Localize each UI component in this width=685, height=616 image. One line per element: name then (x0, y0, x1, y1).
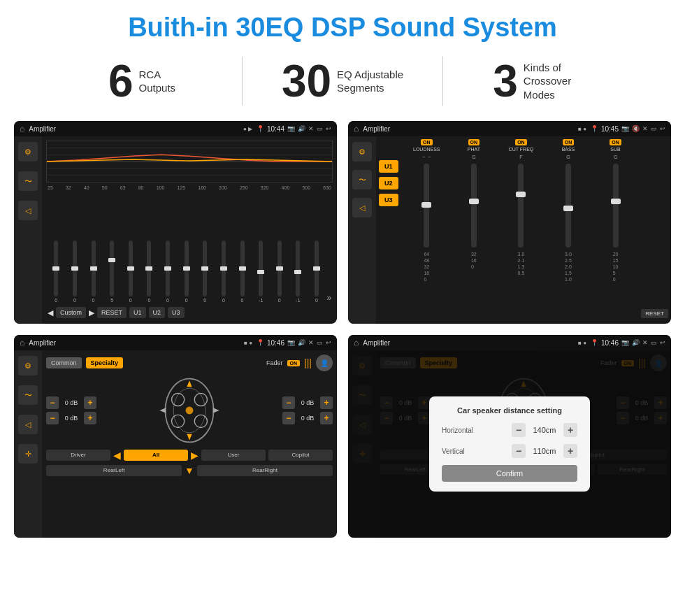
cutfreq-on[interactable]: ON (515, 139, 527, 145)
dialog-horizontal-plus[interactable]: + (563, 423, 577, 437)
status-bar-1: ⌂ Amplifier ● ▶ 📍 10:44 📷 🔊 ✕ ▭ ↩ (14, 121, 337, 136)
sub-label: SUB (610, 147, 620, 152)
nav-right-arrow[interactable]: ▶ (191, 450, 199, 461)
camera-icon-3: 📷 (287, 339, 295, 346)
db-plus-br[interactable]: + (320, 412, 333, 424)
eq-next-btn[interactable]: ▶ (89, 308, 94, 317)
cutfreq-track[interactable] (518, 164, 524, 248)
page-title: Buith-in 30EQ DSP Sound System (0, 0, 685, 50)
eq-reset-btn[interactable]: RESET (97, 307, 127, 318)
nav-driver-btn[interactable]: Driver (46, 450, 110, 461)
eq-prev-btn[interactable]: ◀ (48, 308, 53, 317)
back-icon-3[interactable]: ↩ (326, 339, 331, 346)
common-tab[interactable]: Common (46, 357, 82, 368)
amp-icon-wave[interactable]: 〜 (352, 170, 372, 189)
status-bar-2: ⌂ Amplifier ■ ● 📍 10:45 📷 🔇 ✕ ▭ ↩ (348, 121, 671, 136)
volume-icon-3: 🔊 (298, 339, 305, 346)
sub-on[interactable]: ON (610, 139, 621, 145)
db-plus-tl[interactable]: + (84, 396, 96, 409)
nav-all-btn[interactable]: All (124, 450, 188, 461)
eq-icon-speaker[interactable]: ◁ (18, 201, 38, 220)
sub-track[interactable] (613, 164, 619, 248)
bass-track[interactable] (565, 164, 571, 248)
eq-slider-5[interactable]: 0 (140, 241, 158, 303)
dialog-confirm-button[interactable]: Confirm (442, 465, 577, 482)
nav-left-arrow[interactable]: ◀ (113, 450, 121, 461)
db-plus-bl[interactable]: + (84, 412, 96, 424)
eq-u2-btn[interactable]: U2 (149, 307, 166, 318)
back-icon-2[interactable]: ↩ (660, 125, 665, 132)
loudness-track[interactable] (424, 164, 429, 248)
amp-icon-filter[interactable]: ⚙ (352, 142, 372, 162)
nav-down-arrow[interactable]: ▼ (185, 465, 194, 476)
app-title-1: Amplifier (29, 125, 239, 133)
loudness-on[interactable]: ON (421, 139, 433, 145)
amp-reset-btn[interactable]: RESET (641, 309, 668, 318)
nav-rearright-btn[interactable]: RearRight (197, 465, 333, 476)
specialty-tab[interactable]: Specialty (86, 357, 124, 368)
home-icon-4[interactable]: ⌂ (354, 338, 359, 348)
status-bar-3: ⌂ Amplifier ■ ● 📍 10:46 📷 🔊 ✕ ▭ ↩ (14, 335, 337, 350)
phat-on[interactable]: ON (468, 139, 480, 145)
amp-icon-speaker[interactable]: ◁ (352, 198, 372, 217)
fader-icon-filter[interactable]: ⚙ (18, 356, 38, 375)
amp-reset-area: RESET (641, 139, 668, 321)
volume-icon-1: 🔊 (298, 125, 305, 132)
fader-person-icon[interactable]: 👤 (316, 354, 333, 371)
dialog-horizontal-minus[interactable]: − (512, 423, 526, 437)
app-title-4: Amplifier (363, 339, 574, 347)
db-plus-tr[interactable]: + (320, 396, 333, 409)
home-icon-2[interactable]: ⌂ (354, 124, 359, 134)
eq-slider-9[interactable]: 0 (215, 241, 233, 303)
stat-text-eq: EQ Adjustable Segments (337, 68, 403, 95)
eq-slider-0[interactable]: 0 (48, 241, 65, 303)
amp-u3-btn[interactable]: U3 (379, 194, 398, 206)
eq-sliders[interactable]: 0 0 0 5 0 (46, 193, 333, 303)
home-icon-1[interactable]: ⌂ (20, 124, 24, 134)
db-minus-tr[interactable]: − (282, 396, 295, 409)
back-icon-4[interactable]: ↩ (660, 339, 665, 346)
dot-icon-1: ● ▶ (243, 126, 252, 132)
close-icon-2: ✕ (642, 125, 648, 132)
fader-icon-crosshair[interactable]: ✛ (18, 444, 38, 464)
eq-slider-6[interactable]: 0 (159, 241, 177, 303)
amp-u1-btn[interactable]: U1 (379, 160, 398, 173)
eq-slider-1[interactable]: 0 (66, 241, 84, 303)
eq-icon-filter[interactable]: ⚙ (18, 142, 38, 162)
status-bar-4: ⌂ Amplifier ■ ● 📍 10:46 📷 🔊 ✕ ▭ ↩ (348, 335, 671, 350)
bass-on[interactable]: ON (563, 139, 575, 145)
eq-slider-10[interactable]: 0 (233, 241, 251, 303)
eq-u1-btn[interactable]: U1 (129, 307, 146, 318)
amp-u2-btn[interactable]: U2 (379, 177, 398, 189)
fader-on-toggle[interactable]: ON (287, 360, 301, 366)
db-minus-tl[interactable]: − (46, 396, 59, 409)
db-minus-bl[interactable]: − (46, 412, 59, 424)
eq-slider-4[interactable]: 0 (122, 241, 140, 303)
eq-slider-3[interactable]: 5 (103, 241, 121, 303)
eq-u3-btn[interactable]: U3 (168, 307, 185, 318)
eq-slider-7[interactable]: 0 (178, 241, 195, 303)
back-icon-1[interactable]: ↩ (326, 125, 331, 132)
nav-rearleft-btn[interactable]: RearLeft (46, 465, 182, 476)
screen-fader: ⌂ Amplifier ■ ● 📍 10:46 📷 🔊 ✕ ▭ ↩ ⚙ 〜 ◁ … (14, 335, 337, 538)
eq-slider-14[interactable]: 0 (308, 241, 326, 303)
phat-track[interactable] (471, 164, 477, 248)
fader-icon-wave[interactable]: 〜 (18, 385, 38, 405)
eq-slider-11[interactable]: -1 (252, 241, 270, 303)
status-icons-3: 📍 10:46 📷 🔊 ✕ ▭ ↩ (257, 339, 331, 347)
eq-slider-13[interactable]: -1 (289, 241, 307, 303)
nav-user-btn[interactable]: User (201, 450, 266, 461)
dialog-vertical-minus[interactable]: − (512, 444, 526, 458)
eq-slider-12[interactable]: 0 (271, 241, 289, 303)
nav-copilot-btn[interactable]: Copilot (268, 450, 333, 461)
eq-slider-2[interactable]: 0 (85, 241, 102, 303)
dialog-vertical-plus[interactable]: + (563, 444, 577, 458)
close-icon-1: ✕ (308, 125, 314, 132)
fader-icon-speaker[interactable]: ◁ (18, 415, 38, 434)
fader-label: Fader (266, 359, 283, 366)
eq-icon-wave[interactable]: 〜 (18, 171, 38, 191)
eq-left-icons: ⚙ 〜 ◁ (14, 136, 42, 324)
db-minus-br[interactable]: − (282, 412, 295, 424)
eq-slider-8[interactable]: 0 (196, 241, 214, 303)
home-icon-3[interactable]: ⌂ (20, 338, 24, 348)
